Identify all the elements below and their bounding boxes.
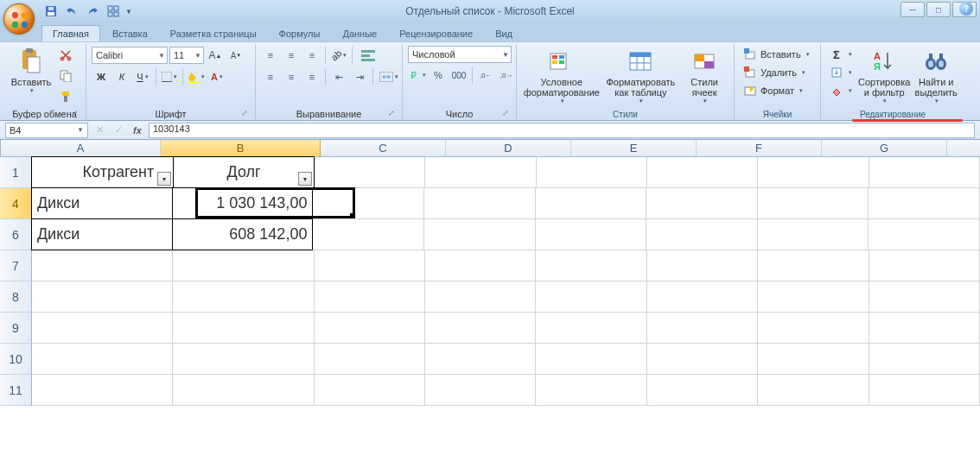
find-select-button[interactable]: Найти и выделить▾ — [913, 46, 959, 104]
row-header[interactable]: 4 — [0, 188, 32, 219]
cell-B11[interactable] — [173, 375, 314, 406]
cell-C8[interactable] — [315, 281, 425, 313]
font-size-combo[interactable]: 11▼ — [169, 47, 204, 64]
paste-button[interactable]: Вставить▾ — [9, 46, 54, 104]
orientation-icon[interactable]: ab▾ — [329, 46, 348, 65]
cell-G10[interactable] — [758, 344, 869, 375]
cell-E4[interactable] — [536, 188, 647, 219]
save-icon[interactable] — [41, 2, 60, 21]
cell-C7[interactable] — [315, 250, 425, 281]
cell-E1[interactable] — [537, 157, 647, 188]
underline-button[interactable]: Ч▾ — [133, 67, 152, 86]
cell-G7[interactable] — [758, 250, 869, 281]
cell-G8[interactable] — [758, 281, 869, 313]
column-header-C[interactable]: C — [321, 140, 446, 156]
filter-dropdown-icon[interactable]: ▾ — [298, 172, 312, 186]
cell-E11[interactable] — [536, 375, 646, 406]
cell-B6[interactable]: 608 142,00 — [172, 218, 314, 250]
cell-A11[interactable] — [32, 375, 173, 406]
cell-E10[interactable] — [536, 344, 646, 375]
increase-indent-icon[interactable]: ⇥ — [350, 67, 369, 86]
align-top-icon[interactable]: ≡ — [261, 46, 280, 65]
cell-A8[interactable] — [32, 281, 173, 313]
cell-D4[interactable] — [424, 188, 536, 219]
cell-H10[interactable] — [869, 344, 980, 375]
cell-F9[interactable] — [647, 313, 758, 344]
qat-grid-icon[interactable] — [104, 2, 123, 21]
number-launcher-icon[interactable]: ⤢ — [500, 109, 511, 119]
format-cells-button[interactable]: Формат▾ — [740, 82, 806, 99]
cancel-formula-icon[interactable]: ✕ — [92, 123, 107, 138]
accept-formula-icon[interactable]: ✓ — [111, 123, 126, 138]
cell-D8[interactable] — [425, 281, 536, 313]
cell-E9[interactable] — [536, 313, 646, 344]
align-center-icon[interactable]: ≡ — [282, 67, 301, 86]
cell-B10[interactable] — [173, 344, 314, 375]
cell-H1[interactable] — [869, 157, 980, 188]
cell-styles-button[interactable]: Стили ячеек▾ — [680, 46, 729, 104]
tab-data[interactable]: Данные — [332, 26, 387, 41]
cell-F8[interactable] — [647, 281, 758, 313]
cell-D6[interactable] — [424, 219, 536, 250]
tab-formulas[interactable]: Формулы — [269, 26, 331, 41]
help-icon[interactable]: ? — [959, 2, 973, 16]
align-bottom-icon[interactable]: ≡ — [302, 46, 321, 65]
font-color-icon[interactable]: A▾ — [207, 67, 226, 86]
row-header[interactable]: 1 — [0, 157, 32, 188]
cell-C4[interactable] — [313, 188, 424, 219]
comma-format-icon[interactable]: 000 — [449, 66, 468, 85]
align-left-icon[interactable]: ≡ — [261, 67, 280, 86]
tab-review[interactable]: Рецензирование — [389, 26, 483, 41]
redo-icon[interactable] — [83, 2, 102, 21]
delete-cells-button[interactable]: Удалить▾ — [740, 64, 809, 81]
cell-A1[interactable]: Котрагент▾ — [31, 156, 174, 188]
cell-A10[interactable] — [32, 344, 173, 375]
cell-G4[interactable] — [758, 188, 869, 219]
percent-format-icon[interactable]: % — [429, 66, 448, 85]
tab-insert[interactable]: Вставка — [102, 26, 158, 41]
merge-cells-icon[interactable]: ▾ — [377, 67, 401, 86]
wrap-text-icon[interactable] — [356, 46, 380, 65]
cell-C1[interactable] — [315, 157, 425, 188]
column-header-H[interactable]: H — [947, 140, 980, 156]
column-header-B[interactable]: B — [161, 140, 321, 156]
cell-F10[interactable] — [647, 344, 758, 375]
name-box[interactable]: B4▼ — [5, 123, 88, 138]
tab-page-layout[interactable]: Разметка страницы — [160, 26, 267, 41]
font-name-combo[interactable]: Calibri▼ — [92, 47, 168, 64]
align-right-icon[interactable]: ≡ — [302, 67, 321, 86]
cell-C11[interactable] — [315, 375, 425, 406]
cell-D7[interactable] — [425, 250, 536, 281]
row-header[interactable]: 8 — [0, 281, 32, 313]
cell-H8[interactable] — [869, 281, 980, 313]
column-header-E[interactable]: E — [571, 140, 697, 156]
decrease-font-icon[interactable]: A▼ — [226, 46, 245, 65]
cell-D11[interactable] — [425, 375, 536, 406]
bold-button[interactable]: Ж — [92, 67, 111, 86]
cell-F6[interactable] — [646, 219, 758, 250]
cell-F4[interactable] — [646, 188, 758, 219]
cell-A7[interactable] — [32, 250, 173, 281]
cell-D10[interactable] — [425, 344, 536, 375]
number-format-combo[interactable]: Числовой▼ — [408, 46, 512, 63]
insert-cells-button[interactable]: Вставить▾ — [740, 46, 813, 63]
fill-color-icon[interactable]: ▾ — [187, 67, 206, 86]
cell-E7[interactable] — [536, 250, 646, 281]
cell-B9[interactable] — [173, 313, 314, 344]
cell-E6[interactable] — [536, 219, 647, 250]
cell-G9[interactable] — [758, 313, 869, 344]
row-header[interactable]: 11 — [0, 375, 32, 406]
filter-dropdown-icon[interactable]: ▾ — [157, 172, 171, 186]
cell-C10[interactable] — [315, 344, 425, 375]
italic-button[interactable]: К — [112, 67, 131, 86]
column-header-D[interactable]: D — [446, 140, 571, 156]
cell-B8[interactable] — [173, 281, 314, 313]
cell-H11[interactable] — [869, 375, 980, 406]
cell-G11[interactable] — [758, 375, 869, 406]
decrease-indent-icon[interactable]: ⇤ — [329, 67, 348, 86]
autosum-button[interactable]: Σ▾ — [826, 46, 856, 63]
cell-F11[interactable] — [647, 375, 758, 406]
decrease-decimal-icon[interactable]: ,0→ — [497, 66, 516, 85]
accounting-format-icon[interactable]: ₽▾ — [408, 66, 427, 85]
cell-F7[interactable] — [647, 250, 758, 281]
